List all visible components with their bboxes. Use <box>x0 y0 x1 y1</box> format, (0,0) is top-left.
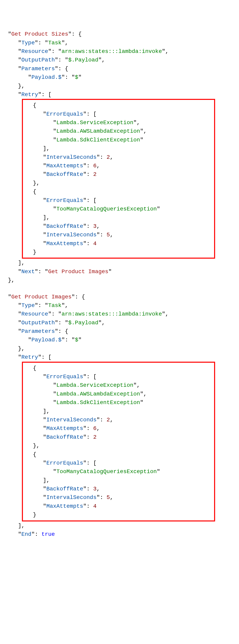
val-interval: 2 <box>107 154 110 160</box>
key-interval: IntervalSeconds <box>46 154 97 160</box>
key-payload: Payload.$ <box>32 74 62 80</box>
err-lambda-service: Lambda.ServiceException <box>56 382 133 388</box>
key-errorequals: ErrorEquals <box>46 374 83 380</box>
key-payload: Payload.$ <box>32 337 62 343</box>
val-interval: 5 <box>107 494 110 500</box>
key-retry: Retry <box>21 92 38 98</box>
state-2-name: Get Product Images <box>11 294 72 300</box>
key-interval: IntervalSeconds <box>46 494 97 500</box>
val-resource: arn:aws:states:::lambda:invoke <box>62 311 162 317</box>
key-maxattempts: MaxAttempts <box>46 163 83 169</box>
val-backoff: 3 <box>93 486 97 492</box>
err-lambda-aws: Lambda.AWSLambdaException <box>56 391 140 397</box>
key-backoff: BackoffRate <box>46 486 83 492</box>
key-interval: IntervalSeconds <box>46 417 97 423</box>
key-backoff: BackoffRate <box>46 171 83 178</box>
val-backoff: 2 <box>93 171 97 178</box>
val-outputpath: $.Payload <box>68 57 98 63</box>
val-payload: $ <box>75 337 78 343</box>
val-backoff: 3 <box>93 223 97 230</box>
val-maxattempts: 4 <box>93 503 97 509</box>
key-errorequals: ErrorEquals <box>46 460 83 466</box>
val-type: Task <box>48 302 62 308</box>
retry-highlight-1: { "ErrorEquals": [ "Lambda.ServiceExcept… <box>22 99 215 259</box>
err-toomany: TooManyCatalogQueriesException <box>56 206 157 212</box>
val-backoff: 2 <box>93 434 97 440</box>
val-interval: 2 <box>107 417 110 423</box>
key-maxattempts: MaxAttempts <box>46 503 83 509</box>
key-parameters: Parameters <box>21 328 55 334</box>
key-maxattempts: MaxAttempts <box>46 240 83 247</box>
val-end: true <box>42 531 55 537</box>
err-lambda-service: Lambda.ServiceException <box>56 120 133 126</box>
key-interval: IntervalSeconds <box>46 232 97 238</box>
key-type: Type <box>21 302 35 308</box>
key-resource: Resource <box>21 48 48 54</box>
val-resource: arn:aws:states:::lambda:invoke <box>62 48 162 54</box>
val-type: Task <box>48 40 62 46</box>
val-interval: 5 <box>107 232 110 238</box>
key-errorequals: ErrorEquals <box>46 111 83 117</box>
err-toomany: TooManyCatalogQueriesException <box>56 468 157 475</box>
key-outputpath: OutputPath <box>21 320 55 326</box>
val-maxattempts: 6 <box>93 163 97 169</box>
state-1-name: Get Product Sizes <box>11 31 68 37</box>
val-payload: $ <box>75 74 78 80</box>
retry-highlight-2: { "ErrorEquals": [ "Lambda.ServiceExcept… <box>22 362 215 522</box>
err-lambda-sdk: Lambda.SdkClientException <box>56 137 140 143</box>
key-retry: Retry <box>21 354 38 360</box>
key-resource: Resource <box>21 311 48 317</box>
val-next: Get Product Images <box>48 268 108 275</box>
key-outputpath: OutputPath <box>21 57 55 63</box>
key-next: Next <box>21 268 35 275</box>
key-backoff: BackoffRate <box>46 223 83 230</box>
err-lambda-aws: Lambda.AWSLambdaException <box>56 128 140 134</box>
val-maxattempts: 4 <box>93 240 97 247</box>
key-end: End <box>21 531 31 537</box>
key-parameters: Parameters <box>21 66 55 72</box>
key-maxattempts: MaxAttempts <box>46 425 83 432</box>
val-outputpath: $.Payload <box>68 320 98 326</box>
key-errorequals: ErrorEquals <box>46 197 83 204</box>
key-type: Type <box>21 40 35 46</box>
err-lambda-sdk: Lambda.SdkClientException <box>56 400 140 406</box>
val-maxattempts: 6 <box>93 425 97 432</box>
key-backoff: BackoffRate <box>46 434 83 440</box>
code-block: "Get Product Sizes": { "Type": "Task", "… <box>8 30 239 538</box>
